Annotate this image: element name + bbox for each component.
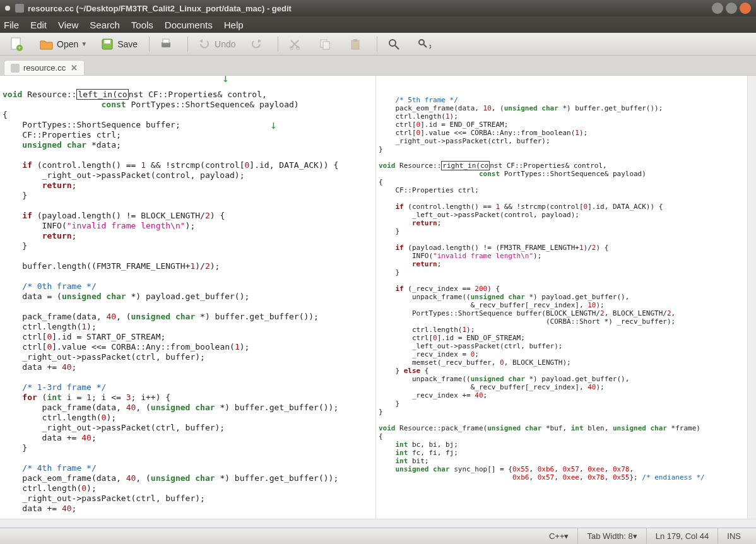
save-icon	[100, 37, 115, 52]
tab-resource-cc[interactable]: resource.cc ✕	[4, 60, 85, 75]
redo-button[interactable]	[244, 35, 271, 53]
menu-help[interactable]: Help	[224, 20, 244, 30]
toolbar-separator	[278, 37, 278, 52]
file-icon	[11, 64, 20, 73]
undo-button[interactable]: Undo	[192, 35, 240, 53]
svg-rect-10	[323, 42, 329, 49]
new-document-icon: +	[9, 37, 24, 52]
vertical-scrollbar[interactable]	[747, 76, 756, 519]
status-tab-width[interactable]: Tab Width: 8 ▾	[577, 528, 646, 544]
svg-line-16	[423, 44, 427, 47]
cut-button[interactable]	[282, 35, 310, 53]
menu-edit[interactable]: Edit	[30, 20, 47, 30]
menu-tools[interactable]: Tools	[131, 20, 153, 30]
menubar: File Edit View Search Tools Documents He…	[0, 16, 756, 33]
paste-button[interactable]	[343, 35, 370, 53]
svg-text:+: +	[18, 45, 21, 51]
status-cursor-position: Ln 179, Col 44	[646, 528, 718, 544]
paste-icon	[348, 37, 363, 52]
editor-left-pane[interactable]: void Resource::left_in(const CF::Propert…	[0, 76, 376, 519]
editor-right-pane[interactable]: /* 5th frame */ pack_eom_frame(data, 10,…	[376, 76, 756, 519]
status-insert-mode[interactable]: INS	[718, 528, 750, 544]
menu-documents[interactable]: Documents	[165, 20, 213, 30]
svg-point-13	[389, 40, 396, 46]
toolbar-separator	[187, 37, 188, 52]
toolbar: + Open ▼ Save Undo	[0, 33, 756, 56]
document-icon	[15, 4, 24, 13]
tab-bar: resource.cc ✕	[0, 56, 756, 76]
minimize-button[interactable]	[712, 3, 723, 14]
search-icon	[386, 37, 401, 52]
window-titlebar: resource.cc (~/Desktop/FM3TR_Calit2_Linu…	[0, 0, 756, 16]
print-button[interactable]	[153, 35, 181, 53]
maximize-button[interactable]	[726, 3, 737, 14]
horizontal-scrollbar[interactable]	[0, 519, 756, 528]
close-window-button[interactable]	[740, 3, 751, 14]
folder-open-icon	[39, 37, 54, 52]
new-document-button[interactable]: +	[4, 35, 32, 53]
svg-rect-11	[351, 40, 359, 49]
svg-rect-4	[104, 40, 110, 44]
menu-view[interactable]: View	[58, 20, 78, 30]
copy-button[interactable]	[312, 35, 340, 53]
open-button[interactable]: Open ▼	[34, 35, 92, 53]
app-indicator-icon	[5, 6, 10, 11]
status-bar: C++ ▾ Tab Width: 8 ▾ Ln 179, Col 44 INS	[0, 528, 756, 544]
copy-icon	[317, 37, 333, 52]
find-replace-button[interactable]: ✕	[411, 35, 439, 53]
chevron-down-icon: ▾	[564, 531, 569, 541]
tab-label: resource.cc	[23, 63, 66, 73]
save-label: Save	[117, 39, 138, 49]
toolbar-separator	[377, 37, 377, 52]
save-button[interactable]: Save	[95, 35, 143, 53]
cut-icon	[287, 37, 302, 52]
tab-close-button[interactable]: ✕	[71, 63, 78, 73]
status-language[interactable]: C++ ▾	[540, 528, 578, 544]
window-title: resource.cc (~/Desktop/FM3TR_Calit2_Linu…	[28, 4, 709, 13]
editor-area[interactable]: void Resource::left_in(const CF::Propert…	[0, 76, 756, 519]
open-label: Open	[57, 39, 78, 49]
toolbar-separator	[149, 37, 150, 52]
find-button[interactable]	[381, 35, 409, 53]
svg-text:✕: ✕	[428, 43, 431, 50]
redo-icon	[249, 37, 264, 52]
undo-label: Undo	[215, 39, 235, 49]
menu-file[interactable]: File	[4, 20, 19, 30]
svg-rect-6	[163, 39, 169, 43]
svg-line-14	[395, 45, 399, 49]
open-dropdown-icon[interactable]: ▼	[81, 40, 87, 47]
annotation-arrow-icon: ↓	[270, 120, 277, 130]
svg-point-15	[419, 40, 424, 45]
find-replace-icon: ✕	[416, 37, 432, 52]
menu-search[interactable]: Search	[90, 20, 120, 30]
chevron-down-icon: ▾	[633, 531, 637, 541]
annotation-arrow-icon: ↓	[222, 76, 229, 83]
undo-icon	[197, 37, 212, 52]
svg-rect-12	[353, 39, 357, 42]
print-icon	[158, 37, 174, 52]
